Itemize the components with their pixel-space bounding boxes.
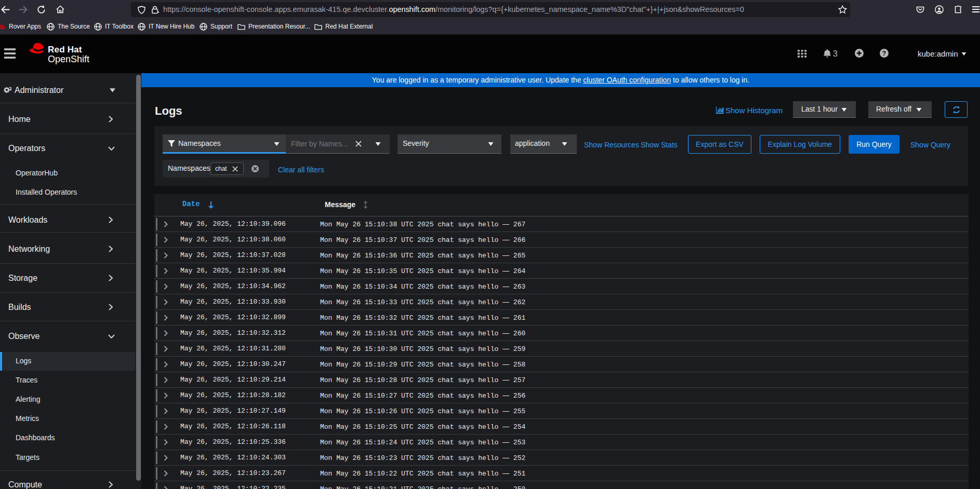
svg-text:?: ? — [882, 50, 886, 57]
